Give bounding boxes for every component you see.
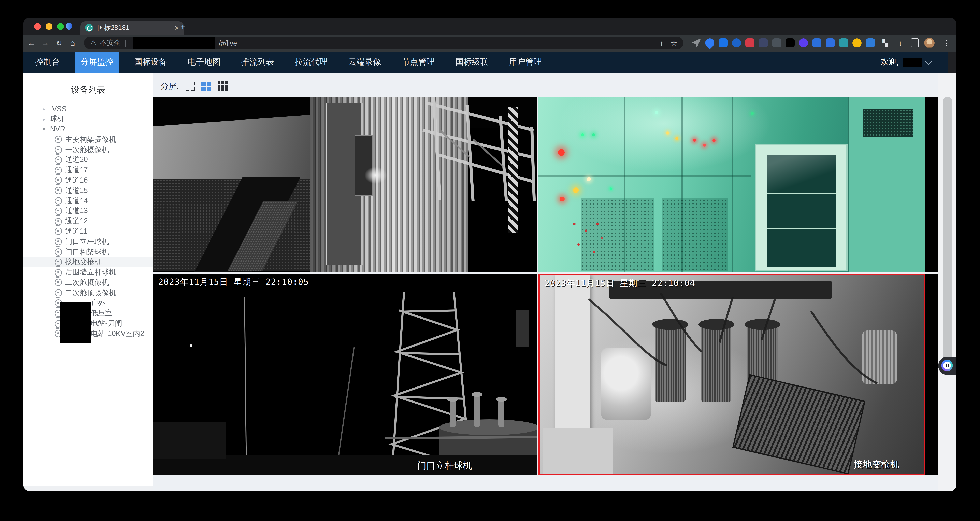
tree-device-0[interactable]: 主变构架摄像机 bbox=[23, 134, 153, 145]
nav-item-9[interactable]: 用户管理 bbox=[504, 51, 547, 73]
device-label: 通道14 bbox=[65, 196, 88, 206]
nav-item-0[interactable]: 控制台 bbox=[30, 51, 65, 73]
home-button[interactable]: ⌂ bbox=[67, 38, 78, 48]
browser-tab[interactable]: 国标28181 × bbox=[80, 21, 184, 35]
video-cell-top-left[interactable] bbox=[153, 97, 537, 272]
tree-device-6[interactable]: 通道14 bbox=[23, 196, 153, 206]
blue-book-icon[interactable] bbox=[812, 38, 821, 48]
tree-device-4[interactable]: 通道16 bbox=[23, 175, 153, 185]
tree-device-15[interactable]: 二次舱顶摄像机 bbox=[23, 288, 153, 298]
blue-globe-icon[interactable] bbox=[732, 38, 741, 48]
lock-app-icon[interactable] bbox=[826, 38, 835, 48]
tree-device-8[interactable]: 通道12 bbox=[23, 216, 153, 226]
nav-item-7[interactable]: 节点管理 bbox=[396, 51, 440, 73]
bookmark-star-icon[interactable]: ☆ bbox=[671, 39, 677, 47]
split-1-icon[interactable] bbox=[185, 81, 194, 91]
address-bar[interactable]: ⚠ 不安全 | /#/live ↑ ☆ bbox=[84, 37, 683, 49]
device-label: 通道13 bbox=[65, 206, 88, 216]
tree-device-10[interactable]: 门口立杆球机 bbox=[23, 237, 153, 247]
nav-item-5[interactable]: 拉流代理 bbox=[290, 51, 333, 73]
scene-perforated-door bbox=[581, 198, 654, 272]
zoom-window-button[interactable] bbox=[57, 23, 64, 30]
nav-item-4[interactable]: 推流列表 bbox=[236, 51, 280, 73]
not-secure-warning-icon: ⚠ bbox=[90, 39, 96, 47]
pinned-extension-pin-icon[interactable] bbox=[64, 21, 74, 30]
nav-item-1[interactable]: 分屏监控 bbox=[75, 51, 119, 73]
yellow-blob-icon[interactable] bbox=[853, 38, 862, 48]
tree-device-9[interactable]: 通道11 bbox=[23, 226, 153, 237]
split-9-icon[interactable] bbox=[218, 81, 228, 91]
tab-close-icon[interactable]: × bbox=[175, 24, 179, 32]
scene-glass-cabinet-interior bbox=[767, 155, 836, 266]
webcam-icon bbox=[55, 249, 62, 256]
tree-device-3[interactable]: 通道17 bbox=[23, 165, 153, 175]
video-cell-top-right[interactable] bbox=[538, 97, 938, 272]
tree-group-0[interactable]: ▸IVSS bbox=[23, 104, 153, 114]
webcam-icon bbox=[55, 187, 62, 194]
back-button[interactable]: ← bbox=[26, 38, 37, 48]
video-scene-transformer: 2023年11月15日 星期三 22:10:04 接地变枪机 bbox=[538, 274, 925, 475]
tree-device-12[interactable]: 接地变枪机 bbox=[23, 257, 153, 267]
tree-device-2[interactable]: 通道20 bbox=[23, 155, 153, 165]
tree-collapse-icon[interactable]: ▾ bbox=[43, 126, 49, 132]
indicator-light bbox=[592, 133, 595, 136]
tree-group-2[interactable]: ▾NVR bbox=[23, 124, 153, 134]
security-label: 不安全 bbox=[100, 38, 121, 48]
browser-menu-icon[interactable]: ⋮ bbox=[942, 38, 950, 48]
webcam-icon bbox=[55, 289, 62, 296]
blue-swoosh-icon[interactable] bbox=[866, 38, 875, 48]
device-label-suffix: 电站-刀闸 bbox=[91, 318, 122, 329]
scene-cabinet-divider bbox=[732, 97, 733, 272]
split-toolbar: 分屏: bbox=[161, 78, 938, 95]
red-shield-icon[interactable] bbox=[745, 38, 754, 48]
extensions-puzzle-icon[interactable]: ▚ bbox=[880, 39, 890, 47]
tree-device-13[interactable]: 后围墙立杆球机 bbox=[23, 268, 153, 277]
scene-hazard-post bbox=[508, 107, 517, 233]
forward-button[interactable]: → bbox=[40, 38, 51, 48]
nav-item-8[interactable]: 国标级联 bbox=[450, 51, 494, 73]
tree-group-1[interactable]: ▸球机 bbox=[23, 114, 153, 124]
side-panel-icon[interactable] bbox=[911, 38, 919, 48]
tree-device-7[interactable]: 通道13 bbox=[23, 206, 153, 216]
tree-expand-icon[interactable]: ▸ bbox=[43, 106, 49, 112]
send-plane-icon[interactable] bbox=[692, 38, 701, 48]
app-navbar: 控制台分屏监控国标设备电子地图推流列表拉流代理云端录像节点管理国标级联用户管理 … bbox=[23, 51, 948, 73]
nav-item-6[interactable]: 云端录像 bbox=[343, 51, 387, 73]
scrollbar-thumb[interactable] bbox=[943, 97, 952, 364]
close-window-button[interactable] bbox=[34, 23, 41, 30]
tree-device-11[interactable]: 门口构架球机 bbox=[23, 247, 153, 257]
tree-expand-icon[interactable]: ▸ bbox=[43, 116, 49, 122]
downloads-icon[interactable]: ↓ bbox=[896, 39, 905, 47]
letterbox-bar bbox=[925, 274, 938, 475]
device-label: 接地变枪机 bbox=[65, 257, 102, 268]
tree-device-1[interactable]: 一次舱摄像机 bbox=[23, 145, 153, 155]
skull-icon[interactable] bbox=[772, 38, 781, 48]
split-4-icon[interactable] bbox=[201, 81, 211, 91]
tree-device-14[interactable]: 二次舱摄像机 bbox=[23, 277, 153, 288]
scene-shelf bbox=[767, 193, 836, 194]
scene-perforated-door bbox=[662, 198, 728, 272]
map-pin-icon[interactable] bbox=[703, 37, 716, 49]
share-icon[interactable]: ↑ bbox=[660, 39, 663, 47]
new-tab-button[interactable]: + bbox=[180, 22, 185, 31]
black-badge-icon[interactable] bbox=[786, 38, 795, 48]
nav-item-3[interactable]: 电子地图 bbox=[182, 51, 226, 73]
dark-card-icon[interactable] bbox=[759, 38, 768, 48]
blue-square-icon[interactable] bbox=[719, 38, 728, 48]
video-cell-bottom-right[interactable]: 2023年11月15日 星期三 22:10:04 接地变枪机 bbox=[538, 274, 938, 475]
nav-item-2[interactable]: 国标设备 bbox=[129, 51, 173, 73]
tree-device-5[interactable]: 通道15 bbox=[23, 186, 153, 196]
scene-shelf bbox=[767, 228, 836, 229]
reload-button[interactable]: ↻ bbox=[54, 39, 64, 47]
device-label: 一次舱摄像机 bbox=[65, 145, 109, 155]
teal-angular-icon[interactable] bbox=[839, 38, 848, 48]
profile-avatar[interactable] bbox=[924, 38, 935, 48]
main-panel: 分屏: bbox=[153, 73, 938, 491]
minimize-window-button[interactable] bbox=[46, 23, 52, 30]
device-name-redaction-box bbox=[60, 302, 91, 343]
scene-lamp-glow bbox=[364, 167, 387, 184]
assistant-widget-button[interactable] bbox=[938, 357, 956, 375]
user-menu[interactable]: 欢迎, bbox=[881, 51, 931, 73]
video-cell-bottom-left[interactable]: 2023年11月15日 星期三 22:10:05 门口立杆球机 bbox=[153, 274, 537, 475]
purple-assistant-icon[interactable] bbox=[799, 38, 808, 48]
